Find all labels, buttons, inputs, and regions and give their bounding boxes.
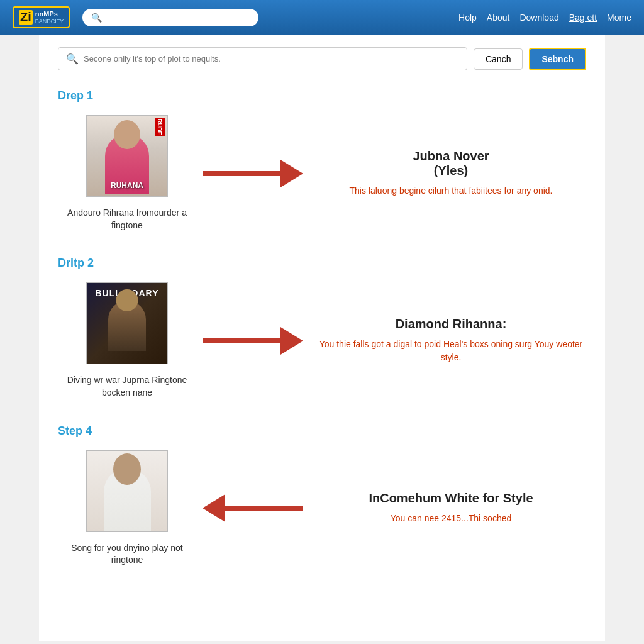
step-4-caption: Song for you dnyino play not ringtone xyxy=(58,542,196,567)
logo-mp3: nnMPs xyxy=(35,10,64,18)
step-1-right-desc: This laluong begine cilurh that fabiitee… xyxy=(316,184,586,197)
album-art-1: RUBE RUHANA xyxy=(86,115,168,197)
step-4-right: InComehum White for Style You can nee 24… xyxy=(309,491,586,525)
search-box[interactable]: 🔍 xyxy=(58,47,467,70)
person-figure-1: RUHANA xyxy=(105,134,149,194)
cancel-button[interactable]: Canch xyxy=(474,48,523,70)
album-art-2: BULL ROARY xyxy=(86,282,168,364)
step-2-caption: Diving wr war Juprna Ringtone bocken nan… xyxy=(58,374,196,399)
step-1-right-title: Jubna Nover (Yles) xyxy=(316,149,586,178)
person-figure-3 xyxy=(104,469,151,531)
logo-sub: BANDCITY xyxy=(35,18,64,25)
step-4-right-desc: You can nee 2415...Thi soched xyxy=(316,512,586,525)
arrow-left-3 xyxy=(203,496,303,521)
br-figure xyxy=(108,301,146,351)
step-1-section: Drep 1 RUBE RUHANA Andouro Rihrana fromo… xyxy=(58,89,586,231)
header-search-box[interactable]: 🔍 Zing MP3 xyxy=(82,9,258,26)
step-2-title: Dritp 2 xyxy=(58,257,586,270)
step-2-content: BULL ROARY Diving wr war Juprna Ringtone… xyxy=(58,282,586,399)
main-content: 🔍 Canch Sebnch Drep 1 RUBE RUHANA Andour… xyxy=(39,35,605,641)
step-4-title: Step 4 xyxy=(58,425,586,438)
step-4-left: Song for you dnyino play not ringtone xyxy=(58,450,196,567)
arrow-2-container xyxy=(196,328,309,353)
arrow-right-1 xyxy=(203,161,303,186)
art-bg-2: BULL ROARY xyxy=(87,283,167,364)
search-button[interactable]: Sebnch xyxy=(529,48,586,70)
step-1-left: RUBE RUHANA Andouro Rihrana fromourder a… xyxy=(58,115,196,231)
nav-help[interactable]: Holp xyxy=(458,13,477,23)
logo[interactable]: Zi nnMPs BANDCITY xyxy=(13,6,70,28)
mag-label: RUBE xyxy=(155,118,165,136)
nav-bag[interactable]: Bag ett xyxy=(569,13,597,23)
arrow-1-container xyxy=(196,161,309,186)
search-input[interactable] xyxy=(84,54,459,64)
art-name-1: RUHANA xyxy=(111,181,143,190)
step-4-right-title: InComehum White for Style xyxy=(316,491,586,506)
step-1-caption: Andouro Rihrana fromourder a fingtone xyxy=(58,207,196,231)
search-icon: 🔍 xyxy=(91,13,102,23)
art-bg-3 xyxy=(87,451,167,531)
nav-more[interactable]: Mome xyxy=(607,13,631,23)
step-2-left: BULL ROARY Diving wr war Juprna Ringtone… xyxy=(58,282,196,399)
step-1-content: RUBE RUHANA Andouro Rihrana fromourder a… xyxy=(58,115,586,231)
search-row: 🔍 Canch Sebnch xyxy=(58,47,586,70)
nav: Holp About Download Bag ett Mome xyxy=(458,13,631,23)
step-2-right-title: Diamond Rihanna: xyxy=(316,317,586,331)
album-art-3 xyxy=(86,450,168,532)
nav-about[interactable]: About xyxy=(487,13,510,23)
nav-download[interactable]: Download xyxy=(519,13,558,23)
search-box-icon: 🔍 xyxy=(66,53,79,65)
step-2-right: Diamond Rihanna: You thie falls got a di… xyxy=(309,317,586,364)
step-2-section: Dritp 2 BULL ROARY Diving wr war Juprna … xyxy=(58,257,586,399)
step-1-title: Drep 1 xyxy=(58,89,586,103)
step-2-right-desc: You thie falls got a digal to poid Heal'… xyxy=(316,338,586,364)
step-4-content: Song for you dnyino play not ringtone In… xyxy=(58,450,586,567)
step-1-right: Jubna Nover (Yles) This laluong begine c… xyxy=(309,149,586,197)
logo-zi: Zi xyxy=(19,10,33,25)
arrow-right-2 xyxy=(203,328,303,353)
arrow-3-container xyxy=(196,496,309,521)
step-4-section: Step 4 Song for you dnyino play not ring… xyxy=(58,425,586,567)
art-bg-1: RUBE RUHANA xyxy=(87,116,167,196)
header: Zi nnMPs BANDCITY 🔍 Zing MP3 Holp About … xyxy=(0,0,644,35)
header-search-input[interactable]: Zing MP3 xyxy=(107,13,250,23)
